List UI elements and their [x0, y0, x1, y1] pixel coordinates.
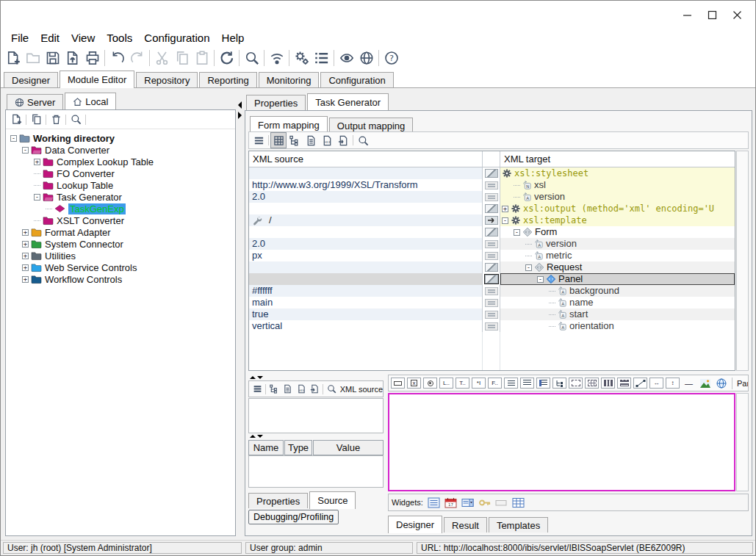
mapping-source-cell[interactable]: http://www.w3.org/1999/XSL/Transform — [249, 179, 483, 191]
radio-button-icon[interactable] — [423, 378, 437, 389]
undo-icon[interactable] — [107, 48, 127, 68]
menu-icon[interactable] — [251, 382, 264, 396]
mapping-target-cell[interactable]: Aversion — [500, 238, 735, 250]
row-panel-icon[interactable] — [617, 378, 631, 389]
mapping-element-button[interactable] — [485, 204, 498, 213]
save-icon[interactable] — [43, 48, 62, 68]
splitter-toggle-middle[interactable] — [248, 433, 384, 439]
mapping-element-button[interactable] — [485, 275, 498, 284]
tab-monitoring[interactable]: Monitoring — [259, 72, 320, 87]
new-document-icon[interactable] — [8, 112, 24, 128]
mapping-target-cell[interactable]: Ametric — [500, 250, 735, 261]
mapping-target-cell[interactable]: -Form — [500, 226, 735, 238]
xml-source-text-area[interactable] — [248, 398, 384, 433]
mapping-target-cell[interactable]: Astart — [500, 308, 735, 320]
column-panel-icon[interactable] — [601, 378, 615, 389]
document-export-icon[interactable] — [335, 132, 351, 148]
tab-task-generator[interactable]: Task Generator — [307, 93, 389, 111]
mapping-source-cell[interactable]: vertical — [249, 320, 483, 332]
widget-list-icon[interactable] — [428, 497, 440, 508]
collapse-icon[interactable]: - — [502, 217, 508, 224]
mapping-target-cell[interactable]: Nxsl — [500, 179, 735, 191]
tree-item[interactable]: FO Converter — [6, 167, 235, 179]
collapse-icon[interactable]: - — [525, 264, 532, 271]
tree-widget-icon[interactable] — [552, 378, 566, 389]
globe-icon[interactable] — [356, 48, 376, 68]
mapping-target-cell[interactable]: +xsl:output (method='xml' encoding='U — [500, 203, 735, 214]
mapping-value-button[interactable] — [485, 299, 498, 307]
mapping-target-cell[interactable]: Aorientation — [500, 320, 735, 332]
widget-calendar-icon[interactable]: 17 — [444, 497, 457, 508]
hex-document-icon[interactable]: HEX — [319, 132, 335, 148]
checkbox-icon[interactable]: x — [407, 378, 421, 389]
expand-icon[interactable]: + — [34, 159, 40, 165]
maximize-button[interactable] — [699, 6, 724, 24]
expand-icon[interactable]: + — [22, 276, 29, 283]
tree-item[interactable]: -Working directory — [6, 132, 235, 144]
tree-item[interactable]: +Web Service Controls — [6, 261, 235, 273]
mapping-value-button[interactable] — [485, 311, 498, 319]
tab-source[interactable]: Source — [309, 491, 356, 509]
menu-icon[interactable] — [251, 132, 267, 148]
mapping-source-cell[interactable]: 2.0 — [249, 238, 483, 250]
tree-item[interactable]: TaskGenExp — [6, 203, 235, 214]
designer-canvas[interactable] — [388, 393, 735, 491]
list-settings-icon[interactable] — [312, 48, 331, 68]
expand-icon[interactable]: + — [502, 206, 508, 212]
tab-properties[interactable]: Properties — [246, 95, 306, 110]
menu-tools[interactable]: Tools — [101, 32, 138, 44]
mapping-source-cell[interactable]: main — [249, 297, 483, 308]
grid-panel-icon[interactable] — [585, 378, 599, 389]
tree-item[interactable]: +Workflow Controls — [6, 273, 235, 285]
grid-icon[interactable] — [270, 132, 287, 148]
tab-output-mapping[interactable]: Output mapping — [329, 118, 414, 131]
import-document-icon[interactable] — [62, 48, 82, 68]
tab-form-mapping[interactable]: Form mapping — [250, 116, 328, 132]
trash-icon[interactable] — [48, 112, 64, 128]
mapping-arrow-button[interactable] — [485, 216, 498, 225]
mapping-target-cell[interactable]: -xsl:template — [500, 214, 735, 226]
tree-item[interactable]: +Complex Lookup Table — [6, 156, 235, 167]
column-header-value[interactable]: Value — [313, 440, 384, 455]
tab-result[interactable]: Result — [444, 517, 487, 532]
collapse-right-icon[interactable] — [238, 112, 242, 119]
expand-icon[interactable]: + — [22, 264, 29, 271]
tab-server[interactable]: Server — [7, 94, 63, 109]
tree-icon[interactable] — [267, 382, 281, 396]
mapping-target-cell[interactable]: -Request — [500, 261, 735, 273]
mapping-source-cell[interactable]: px — [249, 250, 483, 261]
collapse-icon[interactable]: - — [514, 229, 520, 236]
menu-configuration[interactable]: Configuration — [138, 32, 215, 44]
text-area-icon[interactable] — [504, 378, 518, 389]
widget-table-icon[interactable] — [512, 497, 525, 508]
table-pane-icon[interactable] — [536, 378, 550, 389]
debugging-profiling-button[interactable]: Debugging/Profiling — [248, 510, 339, 524]
mapping-element-button[interactable] — [485, 169, 498, 178]
formatted-field-icon[interactable]: F.. — [488, 378, 502, 389]
search-icon[interactable] — [325, 382, 338, 396]
menu-file[interactable]: File — [5, 32, 35, 44]
tree-item[interactable]: Lookup Table — [6, 179, 235, 191]
tab-repository[interactable]: Repository — [136, 72, 198, 87]
mapping-value-button[interactable] — [485, 252, 498, 260]
mapping-source-cell[interactable]: #ffffff — [249, 285, 483, 297]
mapping-element-button[interactable] — [485, 228, 498, 237]
expand-icon[interactable]: + — [22, 241, 29, 248]
help-icon[interactable]: ? — [381, 48, 401, 68]
tab-designer[interactable]: Designer — [4, 72, 58, 87]
browser-icon[interactable] — [714, 378, 728, 389]
tree-icon[interactable] — [287, 132, 303, 148]
document-export-icon[interactable] — [308, 382, 321, 396]
tree-item[interactable]: +Format Adapter — [6, 226, 235, 238]
expand-icon[interactable]: + — [22, 229, 29, 236]
mapping-source-cell[interactable] — [249, 226, 483, 238]
widget-text-field-icon[interactable] — [495, 497, 508, 508]
tab-configuration[interactable]: Configuration — [320, 72, 393, 87]
horizontal-glue-icon[interactable]: ↔ — [649, 378, 663, 389]
attribute-table-body[interactable] — [248, 455, 384, 488]
search-icon[interactable] — [68, 112, 84, 128]
mapping-value-button[interactable] — [485, 193, 498, 201]
tree-item[interactable]: -Data Converter — [6, 144, 235, 156]
new-document-icon[interactable] — [3, 48, 23, 68]
mapping-value-button[interactable] — [485, 181, 498, 189]
